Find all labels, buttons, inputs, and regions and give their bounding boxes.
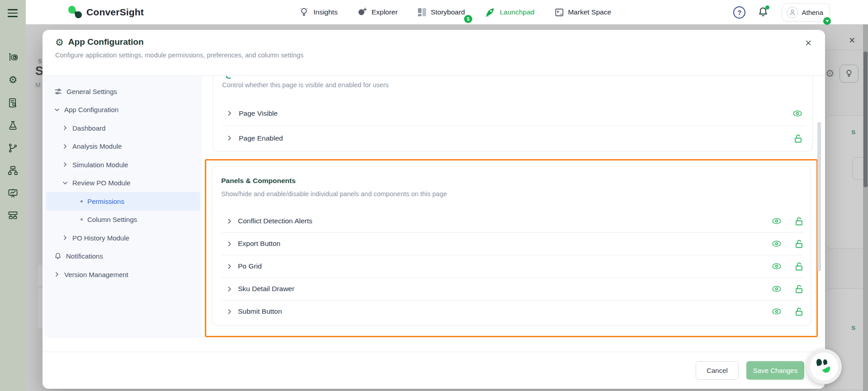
bg-card-text-fragment: s [851,323,855,332]
save-changes-button[interactable]: Save Changes [746,361,804,380]
insights-bulb-icon [299,7,309,18]
modal-scrollbar-thumb[interactable] [817,122,821,271]
user-name: Athena [802,9,823,16]
panels-components-highlight: Panels & Components Show/hide and enable… [205,159,818,337]
tree-item-label: Column Settings [87,216,137,223]
permission-row-po-grid[interactable]: Po Grid [212,255,811,278]
chevron-right-icon[interactable] [227,241,232,247]
modal-footer: Cancel Save Changes [43,352,825,389]
nav-item-insights[interactable]: Insights [299,0,337,24]
tree-item-label: Dashboard [72,124,105,132]
row-label: Po Grid [238,262,262,270]
topbar: ConverSight Insights Explorer [0,0,868,24]
permission-row-export-button[interactable]: Export Button [212,232,811,255]
org-chart-icon[interactable] [0,159,26,182]
hamburger-menu-icon[interactable] [8,9,18,19]
tree-item-label: PO History Module [72,234,129,242]
help-button[interactable]: ? [733,6,745,19]
bg-close-icon[interactable]: × [849,34,855,47]
brand[interactable]: ConverSight [69,0,144,24]
rocket-icon [485,7,496,18]
permission-row-submit-button[interactable]: Submit Button [212,300,811,323]
tree-item-dashboard[interactable]: Dashboard [44,119,202,137]
tree-item-label: Simulation Module [72,161,128,169]
nav-item-launchpad[interactable]: Launchpad [485,0,535,24]
section-description: Control whether this page is visible and… [222,81,389,89]
git-branch-icon[interactable] [0,137,26,159]
unlock-icon[interactable] [795,239,803,248]
unlock-icon[interactable] [795,307,803,316]
section-description: Show/hide and enable/disable individual … [221,190,447,198]
lab-flask-icon[interactable] [0,114,26,137]
tree-item-po-history-module[interactable]: PO History Module [44,229,202,247]
presentation-chart-icon[interactable] [0,182,26,204]
bell-icon [54,252,62,260]
notifications-button[interactable] [758,6,769,18]
sliders-icon [54,88,62,95]
chevron-right-icon[interactable] [227,264,232,269]
bg-divider [825,50,868,50]
row-label: Page Enabled [239,134,283,142]
visibility-eye-icon[interactable] [772,217,782,225]
tree-item-column-settings[interactable]: Column Settings [44,211,202,229]
storyboard-count-badge: 5 [464,15,472,23]
tree-item-label: Version Management [64,271,128,278]
tree-item-simulation-module[interactable]: Simulation Module [44,155,202,174]
bg-card-edge-fragment [38,264,43,286]
explorer-icon [357,7,367,17]
chevron-right-icon[interactable] [227,309,232,315]
bg-card-fragment: s ••• [825,115,868,249]
bg-card-text-fragment: s [851,127,855,137]
nav-item-market-space[interactable]: Market Space [555,0,612,24]
settings-gear-icon[interactable]: ⚙ [0,69,26,91]
tree-item-permissions[interactable]: Permissions [46,192,200,211]
visibility-eye-icon[interactable] [772,285,782,292]
nav-label: Launchpad [500,8,535,16]
unlock-icon[interactable] [795,262,803,271]
user-menu[interactable]: Athena [782,3,830,22]
tree-item-notifications[interactable]: Notifications [44,247,202,266]
chevron-right-icon[interactable] [227,286,232,292]
visibility-eye-icon[interactable] [772,263,782,270]
page-scrollbar-thumb[interactable] [863,52,868,187]
unlock-icon[interactable] [795,284,803,293]
chevron-right-icon [62,235,68,240]
visibility-eye-icon[interactable] [772,308,782,315]
visibility-eye-icon[interactable] [772,240,782,247]
hierarchy-icon[interactable] [0,204,26,227]
tree-item-version-management[interactable]: Version Management [44,265,202,284]
bg-page-subtitle-fragment: M [35,81,41,89]
tree-item-label: General Settings [66,88,117,95]
main-nav: Insights Explorer Storyboard 5 [299,0,611,24]
tree-item-general-settings[interactable]: General Settings [44,82,202,101]
chevron-right-icon[interactable] [227,218,232,224]
document-audit-icon[interactable] [0,91,26,114]
unlock-icon[interactable] [795,217,803,226]
bg-gear-icon[interactable]: ⚙ [825,68,835,80]
nav-label: Insights [313,8,337,16]
unlock-icon[interactable] [794,134,802,143]
market-space-icon [555,8,564,17]
permission-row-sku-detail-drawer[interactable]: Sku Detail Drawer [212,278,811,300]
visibility-eye-icon[interactable] [792,110,802,117]
cancel-button[interactable]: Cancel [696,361,739,380]
chevron-right-icon[interactable] [227,110,232,116]
page-scrollbar[interactable] [863,24,868,391]
permission-row-page-visible[interactable]: Page Visible [213,101,812,126]
bg-lightbulb-button[interactable] [840,65,859,83]
lightbulb-icon [845,70,853,78]
tree-item-analysis-module[interactable]: Analysis Module [44,137,202,156]
permission-row-page-enabled[interactable]: Page Enabled [213,126,812,151]
modal-subtitle: Configure application settings, module p… [55,52,304,59]
nav-item-explorer[interactable]: Explorer [357,0,398,24]
close-icon[interactable]: × [802,36,815,50]
chevron-down-icon [62,180,68,186]
insights-badge-icon[interactable] [0,46,26,69]
athena-chat-bubble[interactable] [806,349,842,384]
chevron-right-icon[interactable] [227,135,232,141]
tree-item-app-configuration[interactable]: App Configuration [44,101,202,119]
permission-row-conflict-detection-alerts[interactable]: Conflict Detection Alerts [212,210,811,232]
nav-item-storyboard[interactable]: Storyboard 5 [417,0,465,24]
row-label: Sku Detail Drawer [238,285,294,293]
tree-item-review-po-module[interactable]: Review PO Module [44,174,202,193]
